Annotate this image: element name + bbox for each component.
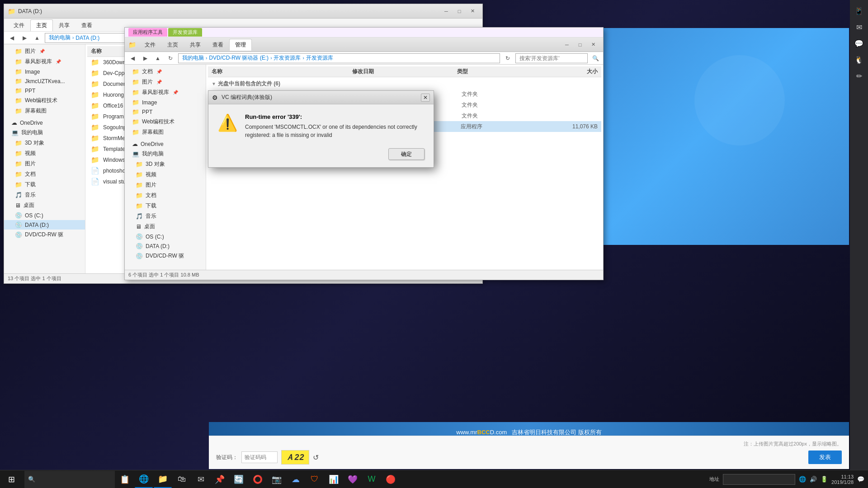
- sidebar-front-docs2[interactable]: 📁 文档: [125, 190, 206, 201]
- taskbar-notification-icon[interactable]: 💬: [857, 476, 864, 483]
- tab-share-back[interactable]: 共享: [53, 19, 75, 31]
- sidebar-front-ppt[interactable]: 📁 PPT: [125, 107, 206, 117]
- taskbar-antivirus[interactable]: 🛡: [306, 471, 324, 488]
- nav-up-btn-front[interactable]: ▲: [153, 53, 163, 63]
- sidebar-item-dvd[interactable]: 💿 DVD/CD-RW 驱: [4, 230, 85, 240]
- sidebar-front-dvd[interactable]: 💿 DVD/CD-RW 驱: [125, 251, 206, 261]
- taskbar-360cloud[interactable]: ☁: [287, 471, 305, 488]
- sidebar-front-desktop[interactable]: 🖥 桌面: [125, 221, 206, 232]
- tab-view-back[interactable]: 查看: [75, 19, 98, 31]
- sidebar-front-3d[interactable]: 📁 3D 对象: [125, 159, 206, 169]
- taskbar-search[interactable]: 🔍: [24, 471, 115, 488]
- sidebar-item-datad[interactable]: 💿 DATA (D:): [4, 220, 85, 230]
- close-btn-back[interactable]: ✕: [466, 7, 479, 16]
- tab-home-back[interactable]: 主页: [30, 19, 53, 31]
- path-datad[interactable]: DATA (D:): [75, 35, 99, 41]
- col-date[interactable]: 修改日期: [352, 68, 458, 75]
- path-dvde[interactable]: DVD/CD-RW 驱动器 (E:): [209, 54, 269, 62]
- search-btn-front[interactable]: 🔍: [590, 53, 600, 63]
- dialog-close-btn[interactable]: ✕: [421, 94, 430, 102]
- sidebar-item-osc[interactable]: 💿 OS (C:): [4, 211, 85, 220]
- taskbar-edge[interactable]: 🌐: [135, 471, 153, 488]
- taskbar-address-box[interactable]: [723, 474, 795, 485]
- taskbar-arrow[interactable]: 🔄: [230, 471, 248, 488]
- taskbar-powerpoint[interactable]: 📊: [325, 471, 343, 488]
- start-button[interactable]: ⊞: [0, 470, 23, 488]
- sidebar-item-image[interactable]: 📁 Image: [4, 67, 85, 76]
- refresh-captcha-btn[interactable]: ↺: [313, 453, 319, 462]
- captcha-input[interactable]: [241, 451, 278, 463]
- right-panel-icon-3[interactable]: 💬: [852, 36, 866, 51]
- tab-share-front[interactable]: 共享: [184, 39, 207, 51]
- sidebar-item-image2[interactable]: 📁 图片: [4, 159, 85, 169]
- tab-manage-front[interactable]: 管理: [229, 39, 252, 51]
- context-tab-dev[interactable]: 开发资源库: [168, 28, 202, 37]
- minimize-btn-front[interactable]: ─: [561, 40, 573, 49]
- nav-refresh-btn-front[interactable]: ↻: [165, 53, 175, 63]
- sidebar-item-music[interactable]: 🎵 音乐: [4, 190, 85, 200]
- taskbar-360[interactable]: ⭕: [249, 471, 267, 488]
- taskbar-store[interactable]: 🛍: [173, 471, 191, 488]
- sidebar-item-storm[interactable]: 📁 暴风影视库 📌: [4, 56, 85, 67]
- nav-back-btn-front[interactable]: ◀: [127, 53, 137, 63]
- sidebar-item-ppt[interactable]: 📁 PPT: [4, 86, 85, 95]
- tab-view-front[interactable]: 查看: [207, 39, 229, 51]
- sidebar-front-osc[interactable]: 💿 OS (C:): [125, 232, 206, 241]
- sidebar-item-mypc[interactable]: 💻 我的电脑: [4, 127, 85, 138]
- sidebar-front-music[interactable]: 🎵 音乐: [125, 211, 206, 221]
- submit-btn[interactable]: 发表: [808, 450, 842, 464]
- taskbar-word[interactable]: W: [363, 471, 381, 488]
- sidebar-item-onedrive[interactable]: ☁ OneDrive: [4, 118, 85, 127]
- sidebar-item-docs[interactable]: 📁 文档: [4, 169, 85, 179]
- sidebar-front-pictures[interactable]: 📁 图片 📌: [125, 77, 206, 87]
- nav-up-btn[interactable]: ▲: [32, 33, 42, 43]
- sidebar-front-onedrive[interactable]: ☁ OneDrive: [125, 139, 206, 149]
- right-panel-icon-2[interactable]: ✉: [852, 20, 866, 34]
- dialog-ok-button[interactable]: 确定: [388, 148, 425, 160]
- path-mypc2[interactable]: 我的电脑: [182, 54, 204, 62]
- tab-file-front[interactable]: 文件: [139, 39, 161, 51]
- sidebar-front-web[interactable]: 📁 Web编程技术: [125, 117, 206, 127]
- right-panel-icon-5[interactable]: ✏: [852, 69, 866, 83]
- search-input-front[interactable]: [515, 53, 588, 63]
- sidebar-item-web[interactable]: 📁 Web编程技术: [4, 95, 85, 106]
- tab-file-back[interactable]: 文件: [8, 19, 30, 31]
- nav-forward-btn[interactable]: ▶: [19, 33, 29, 43]
- address-path-front[interactable]: 我的电脑 › DVD/CD-RW 驱动器 (E:) › 开发资源库 › 开发资源…: [178, 53, 500, 63]
- search-refresh-btn[interactable]: ↻: [503, 53, 513, 63]
- sidebar-front-downloads[interactable]: 📁 下载: [125, 201, 206, 211]
- sidebar-item-video[interactable]: 📁 视频: [4, 148, 85, 159]
- sidebar-item-jkmc[interactable]: 📁 JkmcUZTKvea...: [4, 76, 85, 86]
- sidebar-front-video[interactable]: 📁 视频: [125, 169, 206, 180]
- taskbar-explorer[interactable]: 📁: [154, 471, 172, 488]
- taskbar-redcircle[interactable]: 🔴: [382, 471, 400, 488]
- right-panel-icon-4[interactable]: 🐧: [852, 52, 866, 67]
- nav-back-btn[interactable]: ◀: [7, 33, 17, 43]
- sidebar-front-image[interactable]: 📁 Image: [125, 98, 206, 107]
- sidebar-item-pictures[interactable]: 📁 图片 📌: [4, 46, 85, 56]
- taskbar-task-view[interactable]: 📋: [116, 471, 134, 488]
- sidebar-front-mypc[interactable]: 💻 我的电脑: [125, 149, 206, 159]
- nav-forward-btn-front[interactable]: ▶: [140, 53, 150, 63]
- col-size[interactable]: 大小: [528, 68, 598, 75]
- right-panel-icon-1[interactable]: 📱: [852, 4, 866, 18]
- sidebar-item-3dobj[interactable]: 📁 3D 对象: [4, 138, 85, 148]
- sidebar-item-desktop[interactable]: 🖥 桌面: [4, 200, 85, 211]
- close-btn-front[interactable]: ✕: [587, 40, 599, 49]
- path-devlib2[interactable]: 开发资源库: [306, 54, 333, 62]
- sidebar-front-docs[interactable]: 📁 文档 📌: [125, 66, 206, 77]
- taskbar-mail[interactable]: ✉: [192, 471, 210, 488]
- taskbar-purple-app[interactable]: 💜: [344, 471, 362, 488]
- minimize-btn-back[interactable]: ─: [440, 7, 453, 16]
- maximize-btn-back[interactable]: □: [453, 7, 466, 16]
- sidebar-front-image2[interactable]: 📁 图片: [125, 180, 206, 190]
- col-name[interactable]: 名称: [212, 68, 352, 75]
- path-devlib1[interactable]: 开发资源库: [274, 54, 301, 62]
- sidebar-front-screenshot[interactable]: 📁 屏幕截图: [125, 127, 206, 137]
- maximize-btn-front[interactable]: □: [574, 40, 586, 49]
- sidebar-item-downloads[interactable]: 📁 下载: [4, 179, 85, 190]
- sidebar-front-storm[interactable]: 📁 暴风影视库 📌: [125, 87, 206, 98]
- taskbar-pin[interactable]: 📌: [211, 471, 229, 488]
- path-mypc[interactable]: 我的电脑: [49, 34, 71, 42]
- sidebar-front-datad[interactable]: 💿 DATA (D:): [125, 241, 206, 251]
